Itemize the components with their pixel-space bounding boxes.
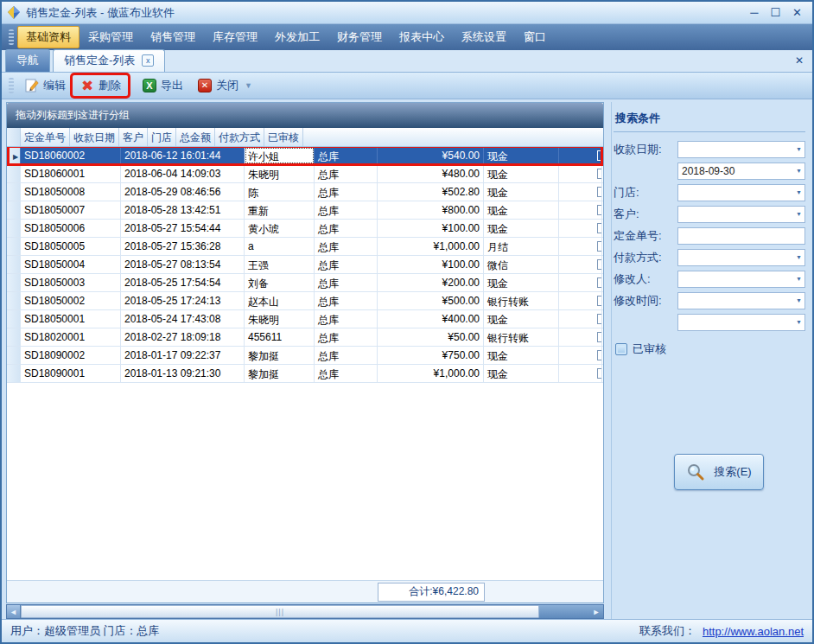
field-combo[interactable] xyxy=(677,292,805,309)
edit-button[interactable]: 编辑 xyxy=(17,75,73,96)
cell-amount: ¥502.80 xyxy=(378,183,484,201)
column-header[interactable]: 客户 xyxy=(119,128,148,146)
field-combo[interactable] xyxy=(677,206,805,223)
cell-store: 总库 xyxy=(315,147,378,164)
audited-checkbox xyxy=(597,350,602,360)
cell-audited xyxy=(559,201,602,219)
group-by-bar[interactable]: 拖动列标题到这进行分组 xyxy=(7,103,603,128)
menu-item[interactable]: 采购管理 xyxy=(79,26,142,48)
table-row[interactable]: SD18090002 2018-01-17 09:22:37 黎加挺 总库 ¥7… xyxy=(7,347,603,365)
table-row[interactable]: SD18060002 2018-06-12 16:01:44 许小姐 总库 ¥5… xyxy=(7,147,603,165)
table-row[interactable]: SD18050003 2018-05-25 17:54:54 刘备 总库 ¥20… xyxy=(7,274,603,292)
audited-filter-label: 已审核 xyxy=(633,341,666,357)
search-button[interactable]: 搜索(E) xyxy=(674,454,764,490)
cell-date: 2018-05-25 17:24:13 xyxy=(121,292,245,309)
chevron-down-icon[interactable]: ▼ xyxy=(245,81,252,90)
total-summary: 合计:¥6,422.80 xyxy=(378,583,485,602)
row-indicator xyxy=(7,328,21,346)
field-combo[interactable] xyxy=(677,184,805,201)
column-header[interactable]: 已审核 xyxy=(264,128,303,146)
column-header[interactable]: 门店 xyxy=(148,128,176,146)
audited-checkbox xyxy=(597,259,602,270)
tab-label: 销售定金-列表 xyxy=(64,53,135,68)
user-store-status: 用户：超级管理员 门店：总库 xyxy=(10,623,160,639)
column-header[interactable]: 收款日期 xyxy=(70,128,119,146)
tab-navigation[interactable]: 导航 xyxy=(5,49,50,72)
cell-audited xyxy=(559,165,602,182)
cell-payment: 微信 xyxy=(484,256,559,273)
cell-customer: 王强 xyxy=(245,256,315,273)
panel-splitter[interactable] xyxy=(604,102,611,619)
maximize-button[interactable]: ☐ xyxy=(770,6,780,19)
row-indicator xyxy=(7,165,21,182)
field-combo[interactable] xyxy=(677,314,805,331)
cell-store: 总库 xyxy=(315,238,378,255)
cell-customer: 重新 xyxy=(245,201,315,219)
table-row[interactable]: SD18050002 2018-05-25 17:24:13 赵本山 总库 ¥5… xyxy=(7,292,603,310)
field-combo[interactable] xyxy=(677,249,805,266)
cell-payment: 现金 xyxy=(484,310,559,328)
field-combo[interactable] xyxy=(677,227,805,245)
horizontal-scrollbar[interactable]: ◄ ||| ► xyxy=(6,604,604,619)
cell-customer: 赵本山 xyxy=(245,292,315,309)
cell-payment: 现金 xyxy=(484,183,559,201)
cell-amount: ¥100.00 xyxy=(378,256,484,273)
column-header[interactable]: 总金额 xyxy=(176,128,215,146)
table-row[interactable]: SD18050007 2018-05-28 13:42:51 重新 总库 ¥80… xyxy=(7,201,603,220)
tab-close-icon[interactable]: x xyxy=(142,54,154,67)
table-row[interactable]: SD18050005 2018-05-27 15:36:28 a 总库 ¥1,0… xyxy=(7,238,603,256)
status-bar: 用户：超级管理员 门店：总库 联系我们： http://www.aolan.ne… xyxy=(2,619,812,642)
cell-customer: 朱晓明 xyxy=(245,310,315,328)
table-row[interactable]: SD18050006 2018-05-27 15:54:44 黄小琥 总库 ¥1… xyxy=(7,220,603,238)
cell-date: 2018-01-13 09:21:30 xyxy=(121,365,245,382)
cell-amount: ¥1,000.00 xyxy=(378,365,484,382)
table-row[interactable]: SD18020001 2018-02-27 18:09:18 455611 总库… xyxy=(7,328,603,347)
export-button[interactable]: X 导出 xyxy=(135,75,190,96)
cell-customer: 刘备 xyxy=(245,274,315,291)
search-field-row: 客户: xyxy=(614,206,805,223)
cell-payment: 现金 xyxy=(484,147,559,164)
field-combo[interactable] xyxy=(677,141,805,158)
field-combo[interactable] xyxy=(677,271,805,288)
audited-filter-checkbox[interactable] xyxy=(615,343,627,355)
column-header[interactable]: 定金单号 xyxy=(21,128,70,146)
table-row[interactable]: SD18060001 2018-06-04 14:09:03 朱晓明 总库 ¥4… xyxy=(7,165,603,183)
menu-item[interactable]: 系统设置 xyxy=(453,26,515,48)
cell-amount: ¥480.00 xyxy=(378,165,484,182)
scroll-left-icon[interactable]: ◄ xyxy=(7,605,21,618)
cell-order-no: SD18050003 xyxy=(21,274,121,291)
menu-item[interactable]: 报表中心 xyxy=(391,26,453,48)
close-tab-button[interactable]: ✕ 关闭 ▼ xyxy=(190,75,259,96)
column-header[interactable]: 付款方式 xyxy=(215,128,264,146)
minimize-button[interactable]: ─ xyxy=(750,6,758,19)
menu-item[interactable]: 基础资料 xyxy=(17,26,79,48)
table-row[interactable]: SD18050008 2018-05-29 08:46:56 陈 总库 ¥502… xyxy=(7,183,603,201)
tab-deposit-list[interactable]: 销售定金-列表 x xyxy=(53,49,165,72)
website-link[interactable]: http://www.aolan.net xyxy=(703,625,804,638)
menu-item[interactable]: 销售管理 xyxy=(142,26,204,48)
cell-date: 2018-06-04 14:09:03 xyxy=(121,165,245,182)
scroll-right-icon[interactable]: ► xyxy=(589,605,603,618)
menu-item[interactable]: 财务管理 xyxy=(328,26,391,48)
cell-order-no: SD18050008 xyxy=(21,183,121,201)
table-row[interactable]: SD18090001 2018-01-13 09:21:30 黎加挺 总库 ¥1… xyxy=(7,365,603,383)
edit-icon xyxy=(24,78,40,93)
scrollbar-thumb[interactable]: ||| xyxy=(21,605,539,618)
cell-amount: ¥50.00 xyxy=(378,328,484,346)
search-panel: 搜索条件 收款日期: 2018-09-30 门店: xyxy=(611,102,812,619)
cell-store: 总库 xyxy=(315,183,378,201)
field-combo[interactable]: 2018-09-30 xyxy=(677,163,805,180)
tab-bar: 导航 销售定金-列表 x ✕ xyxy=(2,50,812,73)
cell-customer: 黄小琥 xyxy=(245,220,315,237)
cell-store: 总库 xyxy=(315,347,378,364)
menu-item[interactable]: 库存管理 xyxy=(204,26,266,48)
menu-item[interactable]: 窗口 xyxy=(515,26,555,48)
delete-button[interactable]: ✖ 删除 xyxy=(73,75,128,96)
table-row[interactable]: SD18050004 2018-05-27 08:13:54 王强 总库 ¥10… xyxy=(7,256,603,274)
close-button[interactable]: ✕ xyxy=(792,6,802,19)
window-title: 销售定金-列表 - 傲蓝布业软件 xyxy=(26,5,175,21)
table-row[interactable]: SD18050001 2018-05-24 17:43:08 朱晓明 总库 ¥4… xyxy=(7,310,603,328)
menu-item[interactable]: 外发加工 xyxy=(266,26,328,48)
field-label: 定金单号: xyxy=(614,228,677,244)
panel-close-icon[interactable]: ✕ xyxy=(795,54,804,67)
